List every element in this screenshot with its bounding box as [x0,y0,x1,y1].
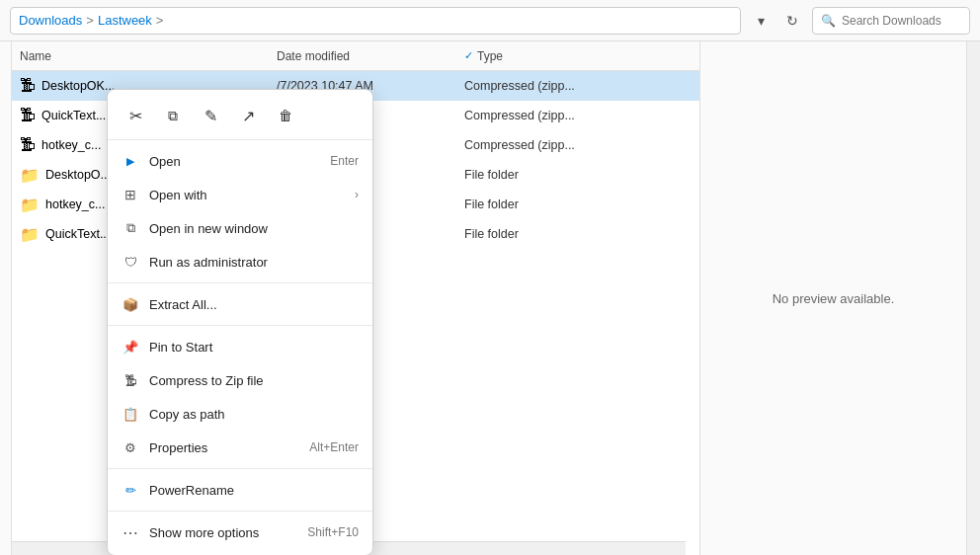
ctx-label-more-options: Show more options [149,525,297,540]
search-input[interactable] [842,14,960,28]
ctx-label-copy-as-path: Copy as path [149,407,359,422]
ctx-item-power-rename[interactable]: PowerRename [108,473,372,507]
address-actions: ▾ ↻ [747,7,806,35]
file-type: Compressed (zipp... [464,138,692,152]
no-preview-text: No preview available. [773,291,895,306]
file-type: File folder [464,198,692,211]
ctx-item-open-with[interactable]: Open with › [108,178,372,211]
shortcut-properties: Alt+Enter [309,440,359,454]
pin-to-start-icon [122,338,139,356]
vertical-scrollbar[interactable] [966,41,980,555]
ctx-label-properties: Properties [149,440,299,455]
submenu-arrow: › [355,188,359,201]
folder-icon: 📁 [20,225,40,244]
file-name-text: DesktopOK... [41,79,115,93]
context-menu-toolbar [108,96,372,140]
context-menu-separator [108,282,372,283]
copy-as-path-icon [122,405,139,423]
context-menu-items: Open Enter Open with › Open in new windo… [108,144,372,549]
properties-icon [122,438,139,456]
ctx-label-open: Open [149,154,320,169]
ctx-label-open-new-window: Open in new window [149,221,359,236]
left-nav [0,41,12,555]
search-box[interactable]: 🔍 [812,7,970,35]
file-type: Compressed (zipp... [464,109,692,122]
zip-icon: 🗜 [20,107,36,124]
col-name-header[interactable]: Name [20,49,277,63]
ctx-item-run-admin[interactable]: Run as administrator [108,245,372,278]
file-name-text: QuickText... [45,227,110,241]
ctx-label-run-admin: Run as administrator [149,255,359,270]
col-type-header[interactable]: ✓ Type [464,49,692,63]
file-name-text: hotkey_c... [45,198,105,211]
ctx-tool-rename[interactable] [195,100,226,131]
dropdown-button[interactable]: ▾ [747,7,775,35]
file-type: File folder [464,168,692,182]
type-sort-check: ✓ [464,49,473,62]
search-icon: 🔍 [821,14,836,28]
delete-icon [279,107,292,124]
file-name-text: DesktopO... [45,168,111,182]
ctx-label-power-rename: PowerRename [149,483,359,498]
ctx-tool-share[interactable] [232,100,264,131]
file-type: Compressed (zipp... [464,79,692,93]
compress-zip-icon [122,371,139,389]
folder-icon: 📁 [20,166,40,185]
ctx-item-more-options[interactable]: Show more options Shift+F10 [108,515,372,549]
breadcrumb-downloads[interactable]: Downloads [19,13,82,28]
ctx-item-open-new-window[interactable]: Open in new window [108,211,372,245]
breadcrumb-sep2: > [156,13,164,28]
ctx-item-compress-zip[interactable]: Compress to Zip file [108,363,372,397]
copy-img-icon [168,107,178,124]
ctx-item-open[interactable]: Open Enter [108,144,372,178]
column-header: Name Date modified ✓ Type [12,41,699,71]
file-name-text: hotkey_c... [41,138,101,152]
cut-icon [129,107,142,125]
ctx-item-properties[interactable]: Properties Alt+Enter [108,431,372,464]
address-bar: Downloads > Lastweek > ▾ ↻ 🔍 [0,0,980,41]
refresh-button[interactable]: ↻ [778,7,806,35]
col-modified-header[interactable]: Date modified [277,49,464,63]
context-menu-separator [108,468,372,469]
more-options-icon [122,523,139,541]
open-new-window-icon [122,219,139,237]
ctx-tool-copy-img[interactable] [157,100,189,131]
ctx-label-open-with: Open with [149,188,345,202]
extract-all-icon [122,295,139,313]
preview-panel: No preview available. [699,41,966,555]
context-menu-separator [108,325,372,326]
shortcut-more-options: Shift+F10 [307,525,359,539]
context-menu-separator [108,511,372,512]
ctx-item-copy-as-path[interactable]: Copy as path [108,397,372,431]
ctx-tool-cut[interactable] [120,100,151,131]
run-admin-icon [122,253,139,271]
file-name-text: QuickText... [41,109,106,122]
breadcrumb-sep1: > [86,13,94,28]
ctx-tool-delete[interactable] [270,100,301,131]
ctx-label-compress-zip: Compress to Zip file [149,373,359,388]
zip-icon: 🗜 [20,77,36,95]
file-type: File folder [464,227,692,241]
ctx-label-pin-to-start: Pin to Start [149,340,359,355]
ctx-label-extract-all: Extract All... [149,297,359,312]
shortcut-open: Enter [330,154,359,168]
ctx-item-pin-to-start[interactable]: Pin to Start [108,330,372,363]
open-with-icon [122,186,139,203]
open-icon [122,152,139,170]
power-rename-icon [122,481,139,499]
rename-icon [204,107,217,125]
share-icon [242,107,255,125]
folder-icon: 📁 [20,196,40,214]
zip-icon: 🗜 [20,136,36,154]
breadcrumb-lastweek[interactable]: Lastweek [98,13,152,28]
ctx-item-extract-all[interactable]: Extract All... [108,287,372,321]
breadcrumb[interactable]: Downloads > Lastweek > [10,7,741,35]
context-menu: Open Enter Open with › Open in new windo… [107,89,373,555]
